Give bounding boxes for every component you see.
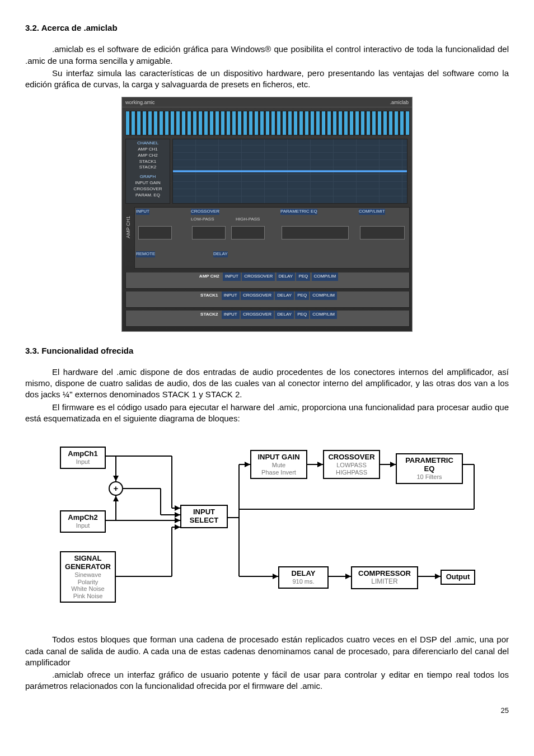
eq-graph: [172, 139, 407, 204]
para-3-3-1: El hardware del .amic dispone de dos ent…: [25, 367, 509, 401]
row-delay-label: DELAY: [275, 292, 294, 300]
block-title: CROSSOVER: [327, 453, 376, 462]
row-complim-label: COMP/LIM: [312, 273, 339, 281]
row-crossover-label: CROSSOVER: [241, 311, 274, 319]
plus-icon: +: [114, 483, 119, 494]
sidebar-item: INPUT GAIN: [127, 180, 168, 186]
block-sub: Pink Noise: [64, 593, 111, 600]
sidebar-graph-label: GRAPH: [127, 174, 168, 180]
row-complim-label: COMP/LIM: [310, 311, 337, 319]
sidebar-item: STACK1: [127, 159, 168, 165]
row-peq-label: PEQ: [295, 292, 309, 300]
block-compressor: COMPRESSOR LIMITER: [351, 566, 418, 589]
input-heading: INPUT: [136, 209, 149, 215]
para-3-3-2: El firmware es el código usado para ejec…: [25, 402, 509, 425]
window-brand: .amiclab: [390, 99, 409, 106]
row-peq-label: PEQ: [296, 273, 310, 281]
svg-marker-28: [390, 462, 396, 467]
block-ampch1: AmpCh1 Input: [60, 447, 106, 469]
block-peq: PARAMETRIC EQ 10 Filters: [396, 453, 463, 484]
block-title: SIGNAL: [64, 555, 111, 563]
block-diagram: AmpCh1 Input + AmpCh2 Input SIGNAL GENER…: [54, 442, 480, 616]
svg-marker-2: [113, 476, 119, 481]
block-sub: LIMITER: [355, 578, 414, 586]
block-delay: DELAY 910 ms.: [278, 566, 329, 589]
sidebar-item: STACK2: [127, 165, 168, 171]
svg-marker-36: [345, 574, 351, 579]
svg-marker-20: [175, 524, 180, 530]
mini-panel: [231, 226, 265, 240]
heading-3-2: 3.2. Acerca de .amiclab: [25, 22, 509, 34]
mini-panel: [282, 226, 349, 240]
block-title: Output: [445, 573, 471, 581]
svg-marker-38: [435, 574, 441, 579]
mini-panel: [360, 226, 405, 240]
row-input-label: INPUT: [222, 311, 240, 319]
block-sub: Mute: [255, 462, 303, 469]
block-sub: Polarity: [64, 579, 111, 586]
mini-panel: [192, 226, 226, 240]
heading-3-3: 3.3. Funcionalidad ofrecida: [25, 345, 509, 356]
crossover-heading: CROSSOVER: [191, 209, 219, 215]
block-sub: 10 Filters: [400, 473, 458, 481]
block-title: INPUT: [185, 508, 223, 516]
block-siggen: SIGNAL GENERATOR Sinewave Polarity White…: [60, 551, 116, 603]
lowpass-label: LOW-PASS: [191, 217, 214, 223]
block-title: AmpCh2: [64, 514, 101, 522]
sidebar-item: AMP CH2: [127, 153, 168, 159]
para-3-3-3: Todos estos bloques que forman una caden…: [25, 634, 509, 668]
block-ampch2: AmpCh2 Input: [60, 510, 106, 533]
block-sub: White Noise: [64, 585, 111, 593]
row-crossover-label: CROSSOVER: [242, 273, 275, 281]
row-crossover-label: CROSSOVER: [241, 292, 274, 300]
sum-node: +: [109, 481, 123, 496]
highpass-label: HIGH-PASS: [236, 217, 260, 223]
para-3-2-2: Su interfaz simula las características d…: [25, 68, 509, 91]
svg-marker-34: [273, 574, 278, 579]
mini-panel: [138, 226, 172, 240]
block-sub: Phase Invert: [255, 469, 303, 476]
block-title: INPUT GAIN: [255, 453, 303, 462]
svg-marker-13: [175, 505, 180, 511]
svg-marker-5: [113, 496, 119, 501]
block-sub: HIGHPASS: [327, 469, 376, 476]
block-input-select: INPUT SELECT: [180, 505, 228, 528]
block-output: Output: [441, 570, 475, 585]
sidebar-channel-label: CHANNEL: [127, 140, 168, 147]
svg-marker-9: [175, 512, 180, 518]
block-input-gain: INPUT GAIN Mute Phase Invert: [250, 450, 307, 479]
row-name: STACK1: [198, 292, 220, 300]
block-sub: Input: [64, 522, 101, 529]
row-peq-label: PEQ: [295, 311, 309, 319]
row-name: AMP CH2: [197, 273, 222, 281]
block-crossover: CROSSOVER LOWPASS HIGHPASS: [323, 450, 380, 479]
amiclab-screenshot: working.amic .amiclab CHANNEL AMP CH1 AM…: [121, 97, 413, 332]
row-name: STACK2: [198, 311, 220, 319]
block-title: COMPRESSOR: [355, 570, 414, 578]
sidebar-item: AMP CH1: [127, 147, 168, 153]
block-title: SELECT: [185, 516, 223, 525]
para-3-3-4: .amiclab ofrece un interfaz gráfico de u…: [25, 669, 509, 692]
block-sub: 910 ms.: [283, 578, 324, 585]
block-title: PARAMETRIC EQ: [400, 457, 458, 473]
sidebar-item: CROSSOVER: [127, 186, 168, 192]
sidebar-item: PARAM. EQ: [127, 192, 168, 199]
block-sub: LOWPASS: [327, 462, 376, 469]
block-title: AmpCh1: [64, 450, 101, 458]
block-title: GENERATOR: [64, 563, 111, 571]
block-sub: Input: [64, 458, 101, 466]
window-title: working.amic: [125, 99, 155, 106]
row-delay-label: DELAY: [277, 273, 296, 281]
delay-heading: DELAY: [213, 251, 228, 257]
peq-heading: PARAMETRIC EQ: [280, 209, 317, 215]
svg-marker-24: [245, 462, 250, 467]
channel-sidebar: CHANNEL AMP CH1 AMP CH2 STACK1 STACK2 GR…: [125, 139, 170, 204]
block-title: DELAY: [283, 570, 324, 578]
spectrum-meter: [125, 111, 410, 135]
svg-marker-16: [175, 518, 180, 523]
block-sub: Sinewave: [64, 571, 111, 579]
row-complim-label: COMP/LIM: [310, 292, 337, 300]
complimit-heading: COMP/LIMIT: [359, 209, 385, 215]
row-input-label: INPUT: [222, 292, 240, 300]
row-delay-label: DELAY: [275, 311, 294, 319]
